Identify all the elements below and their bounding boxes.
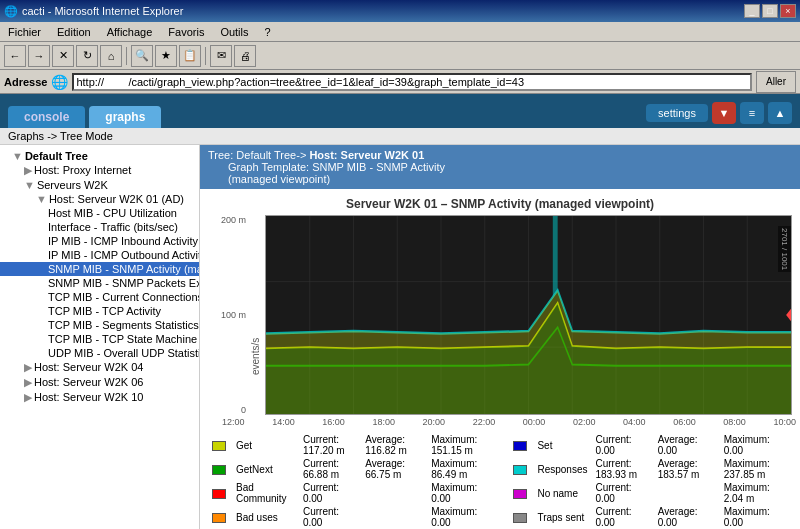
y-label-200: 200 m <box>221 215 246 225</box>
sidebar-item-host-w2k06[interactable]: ▶Host: Serveur W2K 06 <box>0 375 199 390</box>
sidebar-item-udp[interactable]: UDP MIB - Overall UDP Statistics <box>0 346 199 360</box>
chart-right-label: 2701 / 1001 <box>778 226 791 272</box>
y-label-100: 100 m <box>221 310 246 320</box>
go-button[interactable]: Aller <box>756 71 796 93</box>
legend-area: GetCurrent: 117.20 mAverage: 116.82 mMax… <box>204 433 796 529</box>
menu-bar: Fichier Edition Affichage Favoris Outils… <box>0 22 800 42</box>
y-axis-label: events/s <box>248 215 263 375</box>
legend-maximum: Maximum: 151.15 m <box>427 433 499 457</box>
minimize-button[interactable]: _ <box>744 4 760 18</box>
chart-icon[interactable]: ▲ <box>768 102 792 124</box>
legend-average: Average: 0.00 <box>654 433 720 457</box>
chart-wrapper: 2701 / 1001 <box>265 215 792 415</box>
menu-edition[interactable]: Edition <box>53 24 95 40</box>
sidebar-item-traffic[interactable]: Interface - Traffic (bits/sec) <box>0 220 199 234</box>
home-button[interactable]: ⌂ <box>100 45 122 67</box>
x-label-6: 00:00 <box>523 417 546 427</box>
legend-maximum: Maximum: 0.00 <box>427 505 499 529</box>
sidebar-item-proxy[interactable]: ▶Host: Proxy Internet <box>0 163 199 178</box>
stop-button[interactable]: ✕ <box>52 45 74 67</box>
legend-color-cell <box>509 505 533 529</box>
sidebar-item-tcp-state[interactable]: TCP MIB - TCP State Machine Transitions <box>0 332 199 346</box>
menu-affichage[interactable]: Affichage <box>103 24 157 40</box>
legend-spacer <box>499 481 509 505</box>
sidebar-item-icmp-outbound[interactable]: IP MIB - ICMP Outbound Activity <box>0 248 199 262</box>
sidebar-item-cpu[interactable]: Host MIB - CPU Utilization <box>0 206 199 220</box>
sidebar-tree: ▼Default Tree ▶Host: Proxy Internet ▼Ser… <box>0 145 200 529</box>
x-label-9: 06:00 <box>673 417 696 427</box>
close-button[interactable]: × <box>780 4 796 18</box>
list-icon[interactable]: ≡ <box>740 102 764 124</box>
legend-maximum: Maximum: 0.00 <box>720 433 792 457</box>
legend-average: Average: 116.82 m <box>361 433 427 457</box>
tab-graphs[interactable]: graphs <box>89 106 161 128</box>
sidebar-item-snmp-activity[interactable]: SNMP MIB - SNMP Activity (managed viewpo… <box>0 262 199 276</box>
x-label-5: 22:00 <box>473 417 496 427</box>
legend-maximum: Maximum: 0.00 <box>720 505 792 529</box>
x-label-8: 04:00 <box>623 417 646 427</box>
sidebar-item-host-w2k01[interactable]: ▼Host: Serveur W2K 01 (AD) <box>0 192 199 206</box>
maximize-button[interactable]: □ <box>762 4 778 18</box>
address-bar: Adresse 🌐 Aller <box>0 70 800 94</box>
sidebar-item-tcp-connections[interactable]: TCP MIB - Current Connections <box>0 290 199 304</box>
back-button[interactable]: ← <box>4 45 26 67</box>
legend-current: Current: 117.20 m <box>299 433 361 457</box>
legend-average <box>361 505 427 529</box>
x-label-11: 10:00 <box>773 417 796 427</box>
x-label-1: 14:00 <box>272 417 295 427</box>
legend-label: Set <box>533 433 591 457</box>
legend-average <box>654 481 720 505</box>
menu-outils[interactable]: Outils <box>216 24 252 40</box>
settings-button[interactable]: settings <box>646 104 708 122</box>
history-button[interactable]: 📋 <box>179 45 201 67</box>
legend-current: Current: 0.00 <box>591 481 653 505</box>
separator-2 <box>205 47 206 65</box>
menu-fichier[interactable]: Fichier <box>4 24 45 40</box>
main-panel: Tree: Default Tree-> Host: Serveur W2K 0… <box>200 145 800 529</box>
main-nav: console graphs settings ▼ ≡ ▲ <box>0 94 800 128</box>
legend-current: Current: 183.93 m <box>591 457 653 481</box>
legend-current: Current: 0.00 <box>591 505 653 529</box>
legend-label: No name <box>533 481 591 505</box>
legend-label: Traps sent <box>533 505 591 529</box>
x-label-4: 20:00 <box>423 417 446 427</box>
graph-title: Serveur W2K 01 – SNMP Activity (managed … <box>204 197 796 211</box>
legend-color-cell <box>208 481 232 505</box>
favorites-button[interactable]: ★ <box>155 45 177 67</box>
x-axis-labels: 12:00 14:00 16:00 18:00 20:00 22:00 00:0… <box>204 415 796 429</box>
menu-favoris[interactable]: Favoris <box>164 24 208 40</box>
legend-current: Current: 66.88 m <box>299 457 361 481</box>
legend-label: Bad uses <box>232 505 299 529</box>
legend-current: Current: 0.00 <box>591 433 653 457</box>
alert-icon[interactable]: ▼ <box>712 102 736 124</box>
legend-label: Bad Community <box>232 481 299 505</box>
sidebar-item-default-tree[interactable]: ▼Default Tree <box>0 149 199 163</box>
refresh-button[interactable]: ↻ <box>76 45 98 67</box>
sidebar-item-icmp-inbound[interactable]: IP MIB - ICMP Inbound Activity <box>0 234 199 248</box>
chart-svg <box>266 216 791 414</box>
legend-label: Responses <box>533 457 591 481</box>
tab-console[interactable]: console <box>8 106 85 128</box>
x-label-10: 08:00 <box>723 417 746 427</box>
sidebar-item-host-w2k04[interactable]: ▶Host: Serveur W2K 04 <box>0 360 199 375</box>
x-label-2: 16:00 <box>322 417 345 427</box>
y-label-0: 0 <box>241 405 246 415</box>
x-label-0: 12:00 <box>222 417 245 427</box>
sidebar-item-tcp-activity[interactable]: TCP MIB - TCP Activity <box>0 304 199 318</box>
legend-color-cell <box>208 433 232 457</box>
address-input[interactable] <box>72 73 752 91</box>
legend-maximum: Maximum: 237.85 m <box>720 457 792 481</box>
sidebar-item-host-w2k10[interactable]: ▶Host: Serveur W2K 10 <box>0 390 199 405</box>
graph-header: Tree: Default Tree-> Host: Serveur W2K 0… <box>200 145 800 189</box>
sidebar-item-snmp-packets[interactable]: SNMP MIB - SNMP Packets Exchanged <box>0 276 199 290</box>
legend-maximum: Maximum: 2.04 m <box>720 481 792 505</box>
search-button[interactable]: 🔍 <box>131 45 153 67</box>
sidebar-item-serveurs-w2k[interactable]: ▼Serveurs W2K <box>0 178 199 192</box>
legend-spacer <box>499 433 509 457</box>
mail-button[interactable]: ✉ <box>210 45 232 67</box>
title-bar-icon: 🌐 <box>4 5 18 18</box>
menu-help[interactable]: ? <box>261 24 275 40</box>
forward-button[interactable]: → <box>28 45 50 67</box>
print-button[interactable]: 🖨 <box>234 45 256 67</box>
sidebar-item-tcp-segments[interactable]: TCP MIB - Segments Statistics <box>0 318 199 332</box>
